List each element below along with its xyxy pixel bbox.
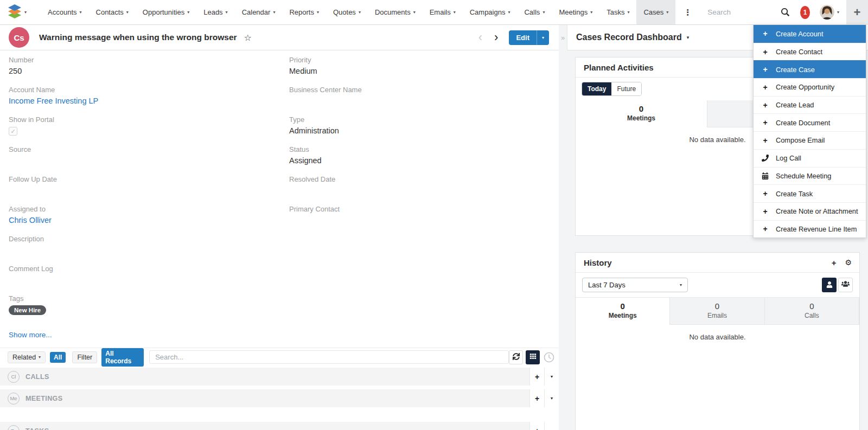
menu-item-create-account[interactable]: +Create Account: [754, 25, 866, 43]
history-range-select[interactable]: Last 7 Days ▾: [582, 278, 688, 292]
nav-item-emails[interactable]: Emails▾: [423, 0, 463, 24]
notification-badge[interactable]: 1: [800, 6, 810, 19]
menu-item-create-contact[interactable]: +Create Contact: [754, 43, 866, 61]
field-value[interactable]: Income Free Investing LP: [9, 97, 264, 106]
field-value: [289, 186, 544, 195]
activity-timeline-button[interactable]: [544, 352, 554, 363]
nav-item-contacts[interactable]: Contacts▾: [89, 0, 136, 24]
nav-item-meetings[interactable]: Meetings▾: [552, 0, 599, 24]
nav-item-accounts[interactable]: Accounts▾: [41, 0, 89, 24]
favorite-star-icon[interactable]: ☆: [244, 33, 252, 43]
nav-item-reports[interactable]: Reports▾: [282, 0, 326, 24]
record-title: Warning message when using the wrong bro…: [39, 33, 237, 42]
edit-button[interactable]: Edit: [509, 30, 537, 45]
menu-item-create-document[interactable]: +Create Document: [754, 113, 866, 131]
previous-record-icon[interactable]: ‹: [476, 31, 484, 43]
subpanel-calls[interactable]: ClCALLS+▾: [0, 368, 559, 386]
tag-badge[interactable]: New Hire: [9, 305, 46, 315]
global-search-input[interactable]: [707, 8, 768, 16]
subpanel-dropdown-button[interactable]: ▾: [544, 368, 559, 386]
nav-item-opportunities[interactable]: Opportunities▾: [136, 0, 196, 24]
metric-label: Meetings: [576, 312, 669, 319]
edit-button-group: Edit ▾: [509, 30, 549, 45]
history-metric-strip: 0Meetings0Emails0Calls: [576, 298, 859, 325]
module-nav: Accounts▾Contacts▾Opportunities▾Leads▾Ca…: [41, 0, 675, 24]
subpanel-dropdown-button[interactable]: ▾: [544, 422, 559, 430]
related-all-button[interactable]: All: [50, 352, 66, 363]
gear-icon[interactable]: ⚙: [845, 259, 852, 266]
nav-item-label: Meetings: [559, 8, 588, 16]
refresh-button[interactable]: [509, 350, 523, 364]
app-logo[interactable]: ▾: [8, 4, 27, 21]
history-tab-emails[interactable]: 0Emails: [670, 298, 764, 325]
field-value: [289, 97, 544, 106]
field-value[interactable]: Chris Olliver: [9, 216, 264, 225]
future-tab[interactable]: Future: [611, 82, 641, 95]
field-label: Comment Log: [9, 265, 264, 273]
edit-dropdown-button[interactable]: ▾: [537, 30, 549, 45]
menu-item-label: Create Contact: [776, 48, 822, 56]
top-nav: ▾ Accounts▾Contacts▾Opportunities▾Leads▾…: [0, 0, 868, 25]
user-avatar[interactable]: [820, 5, 834, 20]
plus-icon: +: [761, 48, 770, 56]
add-icon[interactable]: +: [832, 259, 837, 267]
menu-item-label: Create Revenue Line Item: [776, 225, 857, 233]
filter-button[interactable]: Filter: [72, 351, 97, 363]
nav-item-campaigns[interactable]: Campaigns▾: [463, 0, 518, 24]
nav-item-cases[interactable]: Cases▾: [636, 0, 675, 24]
nav-item-leads[interactable]: Leads▾: [196, 0, 234, 24]
field-status: StatusAssigned: [289, 145, 544, 165]
my-items-button[interactable]: [822, 278, 837, 292]
collapse-right-icon[interactable]: »: [561, 34, 565, 42]
history-tab-calls[interactable]: 0Calls: [765, 298, 859, 325]
nav-item-calendar[interactable]: Calendar▾: [235, 0, 283, 24]
users-group-icon: [841, 280, 850, 290]
history-tab-meetings[interactable]: 0Meetings: [576, 298, 670, 325]
subpanel-add-button[interactable]: +: [529, 368, 544, 386]
menu-item-create-case[interactable]: +Create Case: [754, 60, 866, 78]
menu-item-create-revenue-line-item[interactable]: +Create Revenue Line Item: [754, 220, 866, 238]
next-record-icon[interactable]: ›: [492, 31, 500, 43]
nav-item-quotes[interactable]: Quotes▾: [326, 0, 368, 24]
chevron-down-icon[interactable]: ▾: [837, 10, 839, 15]
field-value: [9, 156, 264, 165]
menu-item-schedule-meeting[interactable]: Schedule Meeting: [754, 167, 866, 185]
quick-create-button[interactable]: +: [846, 0, 868, 25]
menu-item-create-task[interactable]: +Create Task: [754, 184, 866, 202]
planned-meetings-tab[interactable]: 0 Meetings: [576, 100, 707, 127]
metric-value: 0: [670, 301, 764, 311]
menu-item-create-note-or-attachment[interactable]: +Create Note or Attachment: [754, 202, 866, 220]
history-empty-message: No data available.: [576, 333, 859, 341]
nav-item-tasks[interactable]: Tasks▾: [599, 0, 636, 24]
menu-item-create-opportunity[interactable]: +Create Opportunity: [754, 78, 866, 96]
chevron-down-icon: ▾: [627, 10, 629, 15]
show-more-link[interactable]: Show more...: [9, 331, 52, 339]
nav-item-calls[interactable]: Calls▾: [517, 0, 552, 24]
chevron-down-icon[interactable]: ▾: [687, 35, 690, 40]
subpanel-add-button[interactable]: +: [529, 422, 544, 430]
plus-icon: +: [761, 65, 770, 74]
nav-item-documents[interactable]: Documents▾: [368, 0, 423, 24]
dashboard-title[interactable]: Cases Record Dashboard: [576, 33, 682, 42]
nav-item-label: Quotes: [333, 8, 356, 16]
menu-item-compose-email[interactable]: +Compose Email: [754, 131, 866, 149]
all-users-button[interactable]: [838, 278, 853, 292]
more-modules-button[interactable]: ⋮: [680, 8, 695, 17]
subpanel-meetings[interactable]: MeMEETINGS+▾: [0, 389, 559, 407]
today-tab[interactable]: Today: [582, 82, 611, 95]
subpanel-tasks[interactable]: TaTASKS+▾: [0, 422, 559, 430]
related-dropdown-button[interactable]: Related ▾: [8, 351, 46, 363]
dashboard-collapse-strip: »: [559, 25, 567, 430]
checkbox-show-in-portal[interactable]: ✓: [9, 127, 17, 136]
data-view-button[interactable]: [526, 350, 540, 364]
subpanel-add-button[interactable]: +: [529, 389, 544, 407]
subpanel-dropdown-button[interactable]: ▾: [544, 389, 559, 407]
plus-icon: +: [761, 136, 770, 145]
all-records-button[interactable]: All Records: [101, 348, 144, 367]
plus-icon: +: [761, 101, 770, 110]
menu-item-create-lead[interactable]: +Create Lead: [754, 96, 866, 114]
menu-item-log-call[interactable]: Log Call: [754, 149, 866, 167]
search-icon[interactable]: [781, 8, 789, 16]
related-search-input[interactable]: [149, 350, 509, 364]
metric-value: 0: [765, 301, 859, 311]
